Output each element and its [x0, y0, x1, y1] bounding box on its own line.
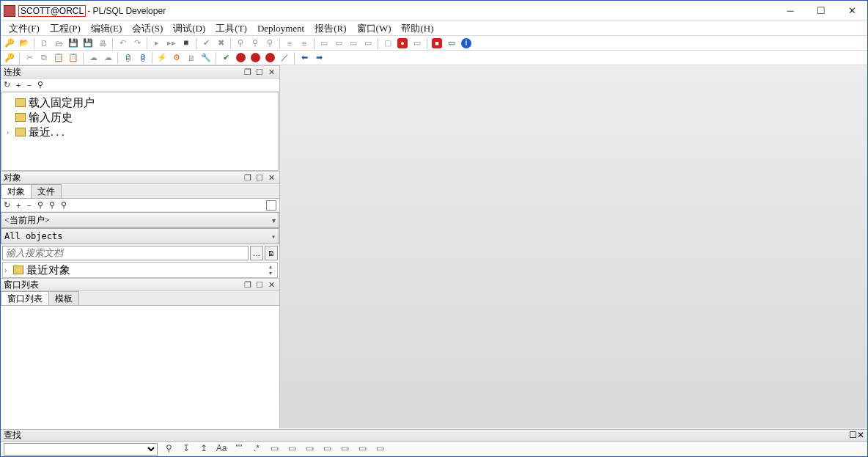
find-btn11[interactable]: ▭	[338, 443, 351, 455]
commit-icon[interactable]: ✔	[199, 37, 213, 49]
obj-find1-icon[interactable]: ⚲	[37, 200, 43, 210]
windowlist-close-icon[interactable]: ✕	[266, 280, 276, 290]
obj-refresh-icon[interactable]: ↻	[4, 200, 10, 210]
menu-deployment[interactable]: Deployment	[252, 23, 309, 34]
erase-icon[interactable]: ／	[278, 51, 291, 64]
menu-window[interactable]: 窗口(W)	[352, 22, 397, 35]
windowlist-max-icon[interactable]: ☐	[254, 280, 265, 290]
objects-restore-icon[interactable]: ❐	[243, 173, 253, 183]
obj-find2-icon[interactable]: ⚲	[49, 200, 55, 210]
close-button[interactable]: ✕	[836, 2, 867, 20]
browse-icon[interactable]: ▭	[347, 37, 360, 49]
maximize-button[interactable]: ☐	[806, 2, 836, 20]
menu-debug[interactable]: 调试(D)	[168, 22, 210, 35]
object-list[interactable]: › 最近对象 ▴▾	[2, 262, 278, 278]
rollback-icon[interactable]: ✖	[214, 37, 227, 49]
paste-icon[interactable]: 📋	[52, 51, 65, 64]
arrow-right-icon[interactable]: ➡	[312, 51, 326, 64]
clip-icon[interactable]: 📋	[67, 51, 80, 64]
menu-tools[interactable]: 工具(T)	[210, 22, 252, 35]
compile-icon[interactable]: ▭	[361, 37, 375, 49]
find-btn6[interactable]: .*	[250, 443, 263, 455]
search-icon[interactable]: ⚲	[234, 37, 247, 49]
tab-files[interactable]: 文件	[31, 184, 62, 198]
conn-refresh-icon[interactable]: ↻	[4, 80, 10, 89]
search-more-button[interactable]: …	[250, 246, 263, 260]
folder-open-icon[interactable]: 📂	[18, 37, 31, 49]
find-btn10[interactable]: ▭	[320, 443, 334, 455]
replace-icon[interactable]: ⚲	[263, 37, 276, 49]
breakpoint1-icon[interactable]	[234, 51, 247, 64]
find-max-icon[interactable]: ☐	[849, 430, 857, 441]
tab-objects[interactable]: 对象	[1, 184, 32, 198]
expand-icon[interactable]: ›	[4, 266, 12, 274]
connections-restore-icon[interactable]: ❐	[243, 67, 253, 77]
obj-minus-icon[interactable]: −	[26, 201, 31, 210]
key-icon[interactable]: 🔑	[3, 37, 16, 49]
object-search-input[interactable]	[2, 246, 249, 260]
cloud2-icon[interactable]: ☁	[101, 51, 114, 64]
runscript-icon[interactable]: ▸▸	[165, 37, 178, 49]
find-btn7[interactable]: ▭	[268, 443, 281, 455]
obj-find3-icon[interactable]: ⚲	[61, 200, 67, 210]
breakpoint3-icon[interactable]	[263, 51, 276, 64]
menu-session[interactable]: 会话(S)	[127, 22, 168, 35]
saveall-icon[interactable]: 💾	[81, 37, 95, 49]
menu-project[interactable]: 工程(P)	[45, 22, 86, 35]
tree-input-history[interactable]: 输入历史	[7, 110, 273, 125]
save-icon[interactable]: 💾	[67, 37, 80, 49]
filter-dropdown[interactable]: All objects ▾	[1, 228, 279, 244]
find-btn8[interactable]: ▭	[285, 443, 298, 455]
menu-edit[interactable]: 编辑(E)	[86, 22, 128, 35]
conn-find-icon[interactable]: ⚲	[37, 80, 43, 89]
doc-icon[interactable]: 🗎	[185, 51, 198, 64]
connections-max-icon[interactable]: ☐	[254, 67, 265, 77]
minimize-button[interactable]: ─	[775, 2, 806, 20]
tree-recent[interactable]: › 最近. . .	[7, 125, 273, 139]
menu-report[interactable]: 报告(R)	[309, 22, 351, 35]
check-icon[interactable]: ✔	[219, 51, 232, 64]
run-icon[interactable]: ▸	[150, 37, 163, 49]
stop-icon[interactable]: ◾	[180, 37, 193, 49]
conn-minus-icon[interactable]: −	[26, 81, 31, 89]
key2-icon[interactable]: 🔑	[3, 51, 16, 64]
light-icon[interactable]: ⚡	[155, 51, 169, 64]
obj-plus-icon[interactable]: +	[16, 201, 21, 210]
find-btn4[interactable]: Aa	[215, 443, 228, 455]
find-btn9[interactable]: ▭	[303, 443, 316, 455]
tab-template[interactable]: 模板	[48, 291, 79, 305]
pref-icon[interactable]: ▭	[445, 37, 458, 49]
new-icon[interactable]: 🗋	[37, 37, 51, 49]
macro-rec-icon[interactable]: ●	[396, 37, 409, 49]
cut-icon[interactable]: ✂	[23, 51, 36, 64]
find-btn13[interactable]: ▭	[373, 443, 386, 455]
info-icon[interactable]: i	[460, 37, 473, 49]
conn-plus-icon[interactable]: +	[16, 81, 21, 89]
arrow-left-icon[interactable]: ⬅	[298, 51, 311, 64]
cloud1-icon[interactable]: ☁	[87, 51, 100, 64]
breakpoint2-icon[interactable]	[249, 51, 262, 64]
find-close-icon[interactable]: ✕	[857, 430, 864, 441]
gear-icon[interactable]: ⚙	[170, 51, 183, 64]
find-combo[interactable]	[4, 443, 158, 456]
object-list-scroll[interactable]: ▴▾	[265, 263, 276, 277]
objects-max-icon[interactable]: ☐	[254, 173, 265, 183]
menu-help[interactable]: 帮助(H)	[396, 22, 438, 35]
find-btn1[interactable]: ⚲	[162, 443, 175, 455]
menu-file[interactable]: 文件(F)	[4, 22, 45, 35]
windowlist-restore-icon[interactable]: ❐	[243, 280, 253, 290]
db1-icon[interactable]: 🛢	[121, 51, 134, 64]
find-btn2[interactable]: ↧	[180, 443, 193, 455]
explain-icon[interactable]: ≡	[283, 37, 296, 49]
tree-load-fixed-users[interactable]: 载入固定用户	[7, 95, 273, 110]
prop-icon[interactable]: ▭	[332, 37, 345, 49]
connections-close-icon[interactable]: ✕	[266, 67, 276, 77]
stop2-icon[interactable]: ■	[430, 37, 444, 49]
connections-tree[interactable]: 载入固定用户 输入历史 › 最近. . .	[1, 92, 279, 171]
undo-icon[interactable]: ↶	[116, 37, 129, 49]
tab-window-list[interactable]: 窗口列表	[1, 291, 49, 305]
find-btn3[interactable]: ↥	[197, 443, 210, 455]
macro-play-icon[interactable]: ▭	[411, 37, 424, 49]
redo-icon[interactable]: ↷	[130, 37, 144, 49]
user-dropdown[interactable]: <当前用户> ▾	[1, 212, 279, 228]
